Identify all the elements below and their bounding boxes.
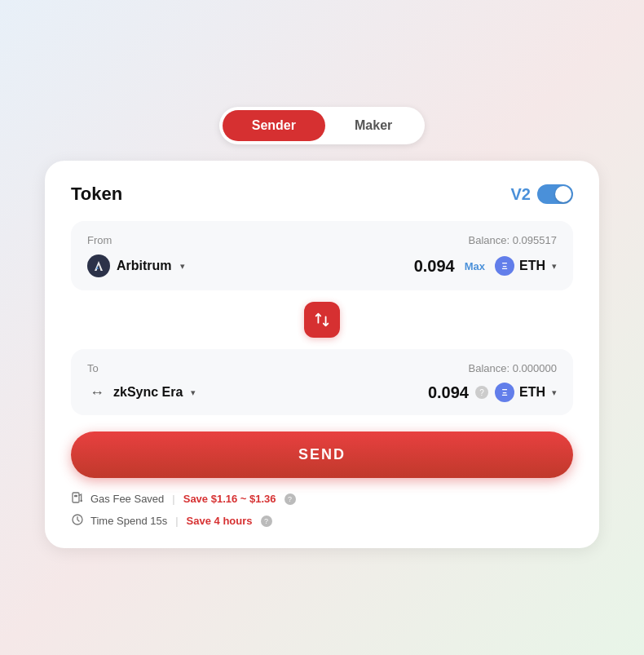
to-section: To Balance: 0.000000 ↔ zkSync Era ▾ 0.09… xyxy=(71,349,573,415)
time-divider: | xyxy=(175,515,178,527)
send-button[interactable]: SEND xyxy=(71,432,573,478)
tab-switcher: Sender Maker xyxy=(219,107,426,144)
to-chain-selector[interactable]: ↔ zkSync Era ▾ xyxy=(87,383,196,402)
to-row-top: To Balance: 0.000000 xyxy=(87,362,557,374)
svg-point-0 xyxy=(87,254,110,277)
to-amount: 0.094 xyxy=(428,383,469,402)
gas-fee-row: Gas Fee Saved | Save $1.16 ~ $1.36 ? xyxy=(71,491,573,507)
from-token-name: ETH xyxy=(519,259,545,273)
main-container: Sender Maker Token V2 From Balance: 0.09… xyxy=(45,107,599,548)
info-section: Gas Fee Saved | Save $1.16 ~ $1.36 ? Tim… xyxy=(71,491,573,529)
from-amount-section: 0.094 Max Ξ ETH ▾ xyxy=(414,256,557,276)
v2-toggle[interactable] xyxy=(537,184,573,204)
from-row-top: From Balance: 0.095517 xyxy=(87,234,557,246)
main-card: Token V2 From Balance: 0.095517 xyxy=(45,161,599,548)
from-chain-name: Arbitrum xyxy=(117,259,172,273)
clock-icon xyxy=(71,513,84,529)
swap-icon xyxy=(313,311,331,329)
to-label: To xyxy=(87,362,99,374)
from-eth-icon: Ξ xyxy=(495,256,514,276)
toggle-knob xyxy=(555,186,571,202)
from-row-bottom: Arbitrum ▾ 0.094 Max Ξ ETH ▾ xyxy=(87,254,557,277)
tab-sender[interactable]: Sender xyxy=(223,110,325,141)
card-title: Token xyxy=(71,184,122,205)
svg-point-3 xyxy=(80,500,82,502)
from-balance: Balance: 0.095517 xyxy=(469,234,557,246)
time-question-icon[interactable]: ? xyxy=(261,516,272,527)
v2-container: V2 xyxy=(511,184,573,204)
from-chain-chevron-icon: ▾ xyxy=(180,261,185,272)
gas-divider: | xyxy=(172,493,174,505)
time-row: Time Spend 15s | Save 4 hours ? xyxy=(71,513,573,529)
to-eth-icon: Ξ xyxy=(495,383,514,402)
gas-question-icon[interactable]: ? xyxy=(285,493,296,505)
from-label: From xyxy=(87,234,112,246)
v2-label: V2 xyxy=(511,185,531,204)
from-amount: 0.094 xyxy=(414,257,455,276)
swap-button[interactable] xyxy=(304,302,340,338)
time-label: Time Spend 15s xyxy=(90,515,167,527)
to-chain-name: zkSync Era xyxy=(113,385,183,400)
to-token-selector[interactable]: Ξ ETH ▾ xyxy=(495,383,557,402)
to-amount-section: 0.094 ? Ξ ETH ▾ xyxy=(428,383,557,402)
time-save: Save 4 hours xyxy=(187,515,253,527)
to-balance: Balance: 0.000000 xyxy=(469,362,557,374)
to-token-name: ETH xyxy=(519,385,545,400)
svg-rect-2 xyxy=(74,495,77,498)
from-chain-selector[interactable]: Arbitrum ▾ xyxy=(87,254,185,277)
tab-maker[interactable]: Maker xyxy=(325,110,421,141)
arbitrum-icon xyxy=(87,254,110,277)
card-header: Token V2 xyxy=(71,184,573,205)
to-token-chevron-icon: ▾ xyxy=(552,387,557,398)
from-section: From Balance: 0.095517 Arbitrum ▾ xyxy=(71,221,573,290)
to-row-bottom: ↔ zkSync Era ▾ 0.094 ? Ξ ETH ▾ xyxy=(87,383,557,402)
swap-button-container xyxy=(71,302,573,338)
from-token-selector[interactable]: Ξ ETH ▾ xyxy=(495,256,557,276)
from-token-chevron-icon: ▾ xyxy=(552,261,557,272)
to-amount-question-icon[interactable]: ? xyxy=(475,386,488,399)
svg-rect-1 xyxy=(73,493,79,502)
gas-icon xyxy=(71,491,84,507)
gas-fee-label: Gas Fee Saved xyxy=(90,493,164,505)
zksync-icon: ↔ xyxy=(87,383,107,402)
gas-fee-save: Save $1.16 ~ $1.36 xyxy=(183,493,276,505)
to-chain-chevron-icon: ▾ xyxy=(191,387,196,398)
max-button[interactable]: Max xyxy=(461,259,488,274)
